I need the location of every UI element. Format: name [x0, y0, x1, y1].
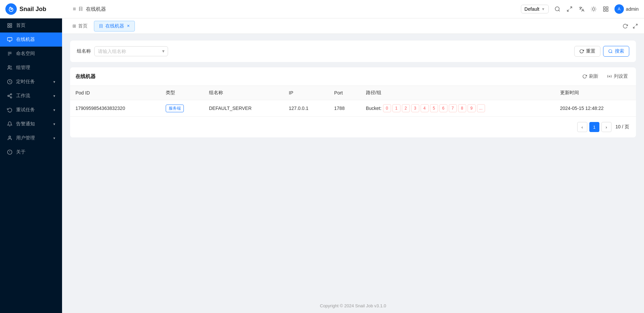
sidebar-item-workflow[interactable]: 工作流 ▾ — [0, 89, 62, 103]
col-port: Port — [329, 86, 361, 100]
cell-port: 1788 — [329, 100, 361, 117]
table-row: 1790959854363832320 服务端 DEFAULT_SERVER 1… — [70, 100, 636, 117]
bucket-item-4: 4 — [421, 104, 429, 112]
svg-line-4 — [570, 7, 572, 8]
flow-icon — [7, 93, 13, 99]
svg-point-30 — [10, 97, 12, 98]
sidebar-item-label: 首页 — [16, 22, 25, 28]
avatar: A — [614, 4, 624, 14]
group-name-input[interactable] — [94, 46, 168, 56]
col-pod-id: Pod ID — [70, 86, 160, 100]
reset-label: 重置 — [586, 48, 595, 54]
layout-icon[interactable] — [602, 6, 609, 12]
svg-line-5 — [567, 10, 569, 11]
col-group-name: 组名称 — [204, 86, 283, 100]
sidebar-item-retry-tasks[interactable]: 重试任务 ▾ — [0, 103, 62, 117]
table-actions: 刷新 列设置 — [580, 72, 631, 81]
namespace-select[interactable]: Default ▼ — [521, 5, 549, 13]
svg-line-10 — [595, 11, 596, 11]
tab-online-icon: 目 — [99, 23, 103, 29]
admin-label: admin — [626, 6, 639, 12]
cell-path: Bucket: 0 1 2 3 4 5 6 7 8 9 — [361, 100, 555, 117]
sidebar-item-label: 在线机器 — [16, 37, 35, 43]
svg-point-6 — [592, 8, 595, 10]
sidebar-item-namespace[interactable]: 命名空间 — [0, 47, 62, 61]
tab-online-machines[interactable]: 目 在线机器 ✕ — [94, 21, 135, 32]
sidebar-item-alerts[interactable]: 告警通知 ▾ — [0, 117, 62, 131]
bucket-item-8: 8 — [458, 104, 466, 112]
svg-rect-18 — [606, 10, 608, 11]
svg-point-29 — [8, 95, 9, 97]
bucket-item-9: 9 — [468, 104, 476, 112]
search-button[interactable]: 搜索 — [603, 46, 629, 57]
search-bar: 组名称 ▼ 重置 搜索 — [70, 41, 636, 62]
bucket-more-btn[interactable]: ... — [477, 104, 485, 112]
logo-icon — [5, 3, 17, 15]
svg-rect-23 — [7, 38, 12, 41]
tab-close-icon[interactable]: ✕ — [127, 24, 130, 28]
svg-rect-21 — [8, 26, 9, 27]
sidebar-item-user-mgmt[interactable]: 用户管理 ▾ — [0, 131, 62, 145]
refresh-tab-icon[interactable] — [622, 23, 629, 29]
search-label: 搜索 — [615, 48, 624, 54]
fullscreen-icon[interactable] — [566, 6, 573, 12]
svg-point-41 — [609, 76, 610, 77]
pagination-page-1[interactable]: 1 — [589, 122, 599, 132]
tab-home[interactable]: ⊞ 首页 — [67, 21, 93, 32]
column-settings-button[interactable]: 列设置 — [604, 72, 631, 81]
sidebar-item-label: 关于 — [16, 149, 25, 155]
reset-icon — [579, 49, 584, 54]
settings-icon — [607, 74, 612, 79]
pagination-bar: ‹ 1 › 10 / 页 — [70, 116, 636, 137]
sidebar-item-label: 组管理 — [16, 65, 30, 71]
sidebar-item-home[interactable]: 首页 — [0, 18, 62, 33]
tab-online-label: 在线机器 — [105, 23, 124, 29]
search-actions: 重置 搜索 — [574, 46, 629, 57]
svg-point-28 — [10, 93, 12, 95]
theme-icon[interactable] — [590, 6, 597, 12]
refresh-label: 刷新 — [589, 73, 598, 79]
menu-toggle-icon[interactable]: ≡ — [73, 6, 76, 12]
chevron-down-icon: ▾ — [53, 80, 55, 84]
search-icon — [608, 49, 613, 54]
table-title: 在线机器 — [75, 73, 96, 80]
svg-line-3 — [558, 10, 559, 11]
sidebar-item-about[interactable]: 关于 — [0, 145, 62, 159]
tab-bar-right — [622, 23, 639, 29]
svg-point-0 — [9, 8, 13, 12]
refresh-button[interactable]: 刷新 — [580, 72, 601, 81]
svg-rect-16 — [606, 7, 608, 8]
col-ip: IP — [283, 86, 329, 100]
sidebar-item-scheduled-tasks[interactable]: 定时任务 ▾ — [0, 75, 62, 89]
bucket-item-7: 7 — [449, 104, 457, 112]
breadcrumb-page-icon: 目 — [78, 6, 83, 12]
svg-point-26 — [8, 66, 10, 67]
refresh-icon — [582, 74, 587, 79]
pagination-prev[interactable]: ‹ — [577, 122, 587, 132]
breadcrumb-title: 在线机器 — [86, 6, 106, 12]
col-updated-time: 更新时间 — [555, 86, 636, 100]
svg-rect-22 — [10, 26, 12, 27]
sidebar-item-label: 工作流 — [16, 93, 30, 99]
bucket-item-0: 0 — [383, 104, 391, 112]
admin-menu[interactable]: A admin — [614, 4, 639, 14]
header-right: Default ▼ A admin — [521, 4, 639, 14]
search-icon[interactable] — [554, 6, 561, 12]
sidebar-item-online-machines[interactable]: 在线机器 — [0, 33, 62, 47]
svg-line-37 — [636, 24, 637, 26]
group-icon — [7, 65, 13, 71]
pagination-next[interactable]: › — [601, 122, 611, 132]
sidebar: 首页 在线机器 命名空间 组管理 定时任务 ▾ 工作流 ▾ — [0, 18, 62, 313]
svg-rect-19 — [8, 23, 9, 25]
sidebar-item-label: 用户管理 — [16, 135, 35, 141]
top-header: Snail Job ≡ 目 在线机器 Default ▼ A admin — [0, 0, 644, 18]
reset-button[interactable]: 重置 — [574, 46, 600, 57]
svg-line-38 — [633, 26, 635, 28]
maximize-icon[interactable] — [632, 23, 639, 29]
page-size-text: 10 / 页 — [615, 124, 629, 130]
tab-bar: ⊞ 首页 目 在线机器 ✕ — [62, 18, 644, 34]
logo-area: Snail Job — [5, 3, 67, 15]
sidebar-item-group-mgmt[interactable]: 组管理 — [0, 61, 62, 75]
translate-icon[interactable] — [578, 6, 585, 12]
svg-point-2 — [555, 7, 559, 11]
